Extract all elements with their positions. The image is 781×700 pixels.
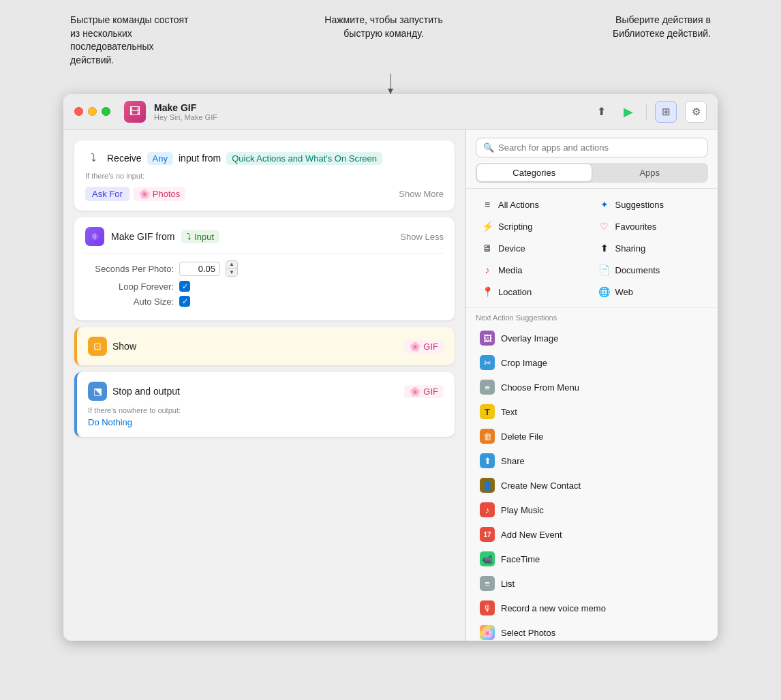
right-header: 🔍 Categories Apps: [466, 130, 718, 189]
window-title: Make GIF: [154, 102, 583, 113]
titlebar-actions: ⬆ ▶ ⊞ ⚙: [592, 101, 707, 123]
suggestion-text[interactable]: T Text: [476, 399, 708, 424]
stop-label: Stop and output: [112, 386, 399, 397]
make-gif-header: ⚛ Make GIF from ⤵ Input Show Less: [85, 227, 444, 246]
suggestion-create-contact[interactable]: 👤 Create New Contact: [476, 473, 708, 498]
add-event-icon: 17: [480, 527, 495, 542]
show-icon: ⊡: [88, 337, 107, 356]
list-icon: ≡: [480, 576, 495, 591]
any-tag[interactable]: Any: [147, 152, 173, 165]
show-gif-tag[interactable]: 🌸 GIF: [404, 340, 444, 353]
photos-tag[interactable]: 🌸 Photos: [134, 187, 185, 201]
library-button[interactable]: ⊞: [655, 101, 677, 123]
categories-grid: ≡ All Actions ✦ Suggestions ⚡ Scripting …: [466, 189, 718, 308]
category-device[interactable]: 🖥 Device: [476, 238, 592, 258]
favourites-label: Favourites: [615, 222, 657, 232]
suggestion-overlay-image[interactable]: 🖼 Overlay Image: [476, 326, 708, 350]
main-content: ⤵ Receive Any input from Quick Actions a…: [63, 130, 718, 641]
receive-card: ⤵ Receive Any input from Quick Actions a…: [74, 140, 455, 211]
search-input[interactable]: [498, 142, 701, 153]
location-icon: 📍: [481, 286, 493, 297]
left-panel: ⤵ Receive Any input from Quick Actions a…: [63, 130, 465, 641]
traffic-lights: [74, 107, 110, 116]
auto-label: Auto Size:: [85, 296, 174, 307]
sharing-label: Sharing: [615, 243, 646, 254]
annotation-right: Выберите действия в Библиотеке действий.: [575, 14, 711, 67]
category-media[interactable]: ♪ Media: [476, 260, 592, 280]
documents-icon: 📄: [598, 264, 611, 275]
text-icon: T: [480, 404, 495, 419]
suggestion-facetime[interactable]: 📹 FaceTime: [476, 547, 708, 571]
category-location[interactable]: 📍 Location: [476, 281, 592, 302]
search-icon: 🔍: [483, 142, 494, 153]
voice-memo-label: Record a new voice memo: [501, 603, 606, 613]
all-actions-icon: ≡: [481, 199, 493, 210]
category-web[interactable]: 🌐 Web: [593, 281, 709, 302]
loop-checkbox[interactable]: ✓: [179, 281, 190, 292]
facetime-label: FaceTime: [501, 554, 540, 564]
suggestion-share[interactable]: ⬆ Share: [476, 448, 708, 473]
window-subtitle: Hey Siri, Make GIF: [154, 113, 583, 121]
filter-button[interactable]: ⚙: [685, 101, 707, 123]
suggestion-delete-file[interactable]: 🗑 Delete File: [476, 424, 708, 448]
receive-icon: ⤵: [85, 150, 102, 166]
show-label: Show: [112, 341, 399, 352]
seconds-input[interactable]: [179, 262, 220, 276]
seconds-up[interactable]: ▲: [226, 261, 237, 269]
suggestion-select-photos[interactable]: 🌸 Select Photos: [476, 620, 708, 641]
input-tag[interactable]: ⤵ Input: [181, 230, 219, 243]
delete-file-icon: 🗑: [480, 429, 495, 444]
annotation-area: Быстрые команды состоят из нескольких по…: [63, 14, 718, 67]
suggestion-play-music[interactable]: ♪ Play Music: [476, 498, 708, 522]
receive-card-footer: Ask For 🌸 Photos Show More: [85, 187, 444, 201]
show-card: ⊡ Show 🌸 GIF: [74, 327, 455, 365]
suggestion-list[interactable]: ≡ List: [476, 571, 708, 596]
tab-categories[interactable]: Categories: [477, 164, 592, 181]
arrow-line: [390, 74, 391, 94]
play-button[interactable]: ▶: [619, 102, 638, 121]
nowhere-text: If there's nowhere to output:: [88, 406, 444, 414]
show-less-link[interactable]: Show Less: [400, 232, 444, 242]
minimize-button[interactable]: [88, 107, 97, 116]
ask-for-row: Ask For 🌸 Photos: [85, 187, 185, 201]
category-scripting[interactable]: ⚡ Scripting: [476, 216, 592, 237]
category-all-actions[interactable]: ≡ All Actions: [476, 194, 592, 215]
auto-size-checkbox[interactable]: ✓: [179, 296, 190, 307]
tab-apps[interactable]: Apps: [593, 164, 707, 181]
stop-gif-tag[interactable]: 🌸 GIF: [404, 385, 444, 398]
crop-image-icon: ✂: [480, 355, 495, 370]
category-documents[interactable]: 📄 Documents: [593, 260, 709, 280]
if-no-input-label: If there's no input:: [85, 172, 444, 180]
suggestion-choose-from-menu[interactable]: ≡ Choose From Menu: [476, 375, 708, 399]
suggestions-label: Suggestions: [615, 200, 664, 210]
text-label: Text: [501, 407, 517, 417]
create-contact-icon: 👤: [480, 478, 495, 493]
show-more-link[interactable]: Show More: [399, 189, 444, 199]
choose-from-menu-label: Choose From Menu: [501, 382, 579, 393]
category-favourites[interactable]: ♡ Favourites: [593, 216, 709, 237]
seconds-stepper[interactable]: ▲ ▼: [226, 260, 238, 277]
do-nothing-button[interactable]: Do Nothing: [88, 417, 132, 427]
category-sharing[interactable]: ⬆ Sharing: [593, 238, 709, 258]
stop-card: ⬔ Stop and output 🌸 GIF If there's nowhe…: [74, 372, 455, 437]
suggestion-crop-image[interactable]: ✂ Crop Image: [476, 350, 708, 375]
share-icon: ⬆: [480, 453, 495, 468]
seconds-down[interactable]: ▼: [226, 269, 237, 276]
close-button[interactable]: [74, 107, 83, 116]
maximize-button[interactable]: [102, 107, 110, 116]
category-suggestions[interactable]: ✦ Suggestions: [593, 194, 709, 215]
arrow-container: [63, 74, 718, 94]
suggestions-icon: ✦: [598, 199, 611, 210]
annotation-center: Нажмите, чтобы запустить быструю команду…: [316, 14, 452, 67]
ask-for-button[interactable]: Ask For: [85, 187, 129, 201]
titlebar: 🎞 Make GIF Hey Siri, Make GIF ⬆ ▶ ⊞ ⚙: [63, 94, 718, 130]
crop-image-label: Crop Image: [501, 358, 547, 368]
scripting-icon: ⚡: [481, 221, 493, 232]
share-button[interactable]: ⬆: [592, 102, 611, 121]
suggestion-add-event[interactable]: 17 Add New Event: [476, 522, 708, 547]
suggestion-voice-memo[interactable]: 🎙 Record a new voice memo: [476, 596, 708, 620]
input-from-text: input from: [179, 153, 221, 164]
source-tag[interactable]: Quick Actions and What's On Screen: [226, 152, 382, 165]
show-header: ⊡ Show 🌸 GIF: [88, 337, 444, 356]
make-gif-title-text: Make GIF from: [111, 231, 174, 242]
